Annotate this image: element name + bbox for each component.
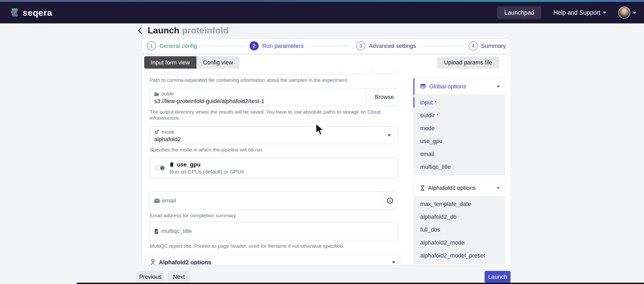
brand-name: seqera xyxy=(23,8,52,18)
mode-value: alphafold2 xyxy=(154,136,393,143)
section-title: Alphafold2 options xyxy=(159,259,211,265)
avatar xyxy=(618,7,630,19)
page-title-prefix: Launch xyxy=(148,25,179,35)
launch-button[interactable]: Launch xyxy=(485,271,511,283)
use-gpu-box: use_gpu Run on CPUs (default) or GPUs xyxy=(150,158,398,179)
step-label: Run parameters xyxy=(262,43,304,49)
use-gpu-toggle[interactable] xyxy=(155,165,165,171)
caret-down-icon xyxy=(603,12,606,14)
launchpad-button[interactable]: Launchpad xyxy=(497,6,541,19)
gears-icon xyxy=(154,129,159,135)
step-advanced-settings[interactable]: 3 Advanced settings xyxy=(356,41,416,50)
outdir-description: The output directory where the results w… xyxy=(150,109,404,121)
sidebar-item-mode[interactable]: mode xyxy=(413,122,505,135)
upload-params-file-button[interactable]: Upload params file xyxy=(437,57,499,69)
sidebar-item-max-template-date[interactable]: max_template_date xyxy=(413,197,505,210)
alphafold2-options-section[interactable]: Alphafold2 options xyxy=(144,255,402,265)
input-field-cutoff[interactable] xyxy=(150,68,367,74)
screen: { "navbar": { "brand": "seqera", "launch… xyxy=(0,0,644,284)
multiqc-description: MultiQC report title. Printed as page he… xyxy=(150,243,404,249)
sidebar-item-multiqc-title[interactable]: multiqc_title xyxy=(413,160,505,173)
back-button[interactable] xyxy=(137,27,143,34)
alphafold2-options-list: max_template_date alphafold2_db full_dbs… xyxy=(413,196,505,264)
input-browse-button-cutoff[interactable] xyxy=(371,68,398,74)
sidebar-item-email[interactable]: email xyxy=(413,148,505,160)
caret-down-icon xyxy=(497,86,500,88)
seqera-logo-icon xyxy=(9,7,19,18)
caret-down-icon xyxy=(497,187,500,189)
alphafold2-options-header[interactable]: Alphafold2 options xyxy=(413,180,505,196)
outdir-field-row: outdir s3://llew-proteinfold-guide/alpha… xyxy=(150,88,404,106)
step-label: General config xyxy=(159,43,197,49)
sidebar-item-alphafold2-model-preset[interactable]: alphafold2_model_preset xyxy=(413,249,505,262)
tab-config-view[interactable]: Config view xyxy=(196,56,240,69)
page-title-pipeline: proteinfold xyxy=(182,25,229,35)
page-title: Launchproteinfold xyxy=(148,25,228,36)
view-switcher: Input form view Config view xyxy=(144,56,240,69)
sidebar-item-alphafold2-db[interactable]: alphafold2_db xyxy=(413,210,505,223)
hourglass-icon xyxy=(150,259,155,265)
sidebar-section-title: Alphafold2 options xyxy=(428,185,476,191)
global-options-list: input* outdir* mode use_gpu email multiq… xyxy=(413,95,505,175)
step-number: 1 xyxy=(147,41,156,50)
hourglass-icon xyxy=(420,185,425,191)
outdir-value: s3://llew-proteinfold-guide/alphafold2/t… xyxy=(154,98,362,105)
next-button[interactable]: Next xyxy=(168,271,190,283)
microchip-icon xyxy=(169,162,174,168)
brand[interactable]: seqera xyxy=(9,7,52,18)
multiqc-title-placeholder: multiqc_title xyxy=(161,228,192,235)
step-run-parameters[interactable]: 2 Run parameters xyxy=(250,41,304,50)
field-divider xyxy=(341,68,341,74)
email-placeholder: email xyxy=(162,197,176,204)
mode-label: mode xyxy=(162,129,174,135)
params-nav-sidebar: Global options input* outdir* mode use_g… xyxy=(413,78,505,264)
mode-select[interactable]: mode alphafold2 xyxy=(150,126,398,144)
tab-input-form-view[interactable]: Input form view xyxy=(144,56,196,69)
envelope-icon xyxy=(154,199,160,203)
params-form: Path to comma-separated file containing … xyxy=(144,68,404,265)
step-label: Advanced settings xyxy=(369,43,416,49)
window-top-edge xyxy=(0,0,644,2)
file-pen-icon xyxy=(154,229,159,234)
outdir-label: outdir xyxy=(162,91,174,97)
page-header: Launchproteinfold xyxy=(137,25,228,36)
sidebar-item-outdir[interactable]: outdir* xyxy=(413,109,505,122)
sidebar-item-input[interactable]: input* xyxy=(413,96,505,109)
mode-description: Specifies the mode in which the pipeline… xyxy=(150,147,404,153)
global-options-header[interactable]: Global options xyxy=(413,78,505,95)
sidebar-item-full-dbs[interactable]: full_dbs xyxy=(413,223,505,236)
params-toolbar: Input form view Config view Upload param… xyxy=(144,56,499,69)
step-number: 4 xyxy=(469,41,478,50)
user-menu[interactable] xyxy=(618,7,636,19)
stepper-connector xyxy=(202,46,244,46)
email-field[interactable]: email xyxy=(150,191,398,210)
database-icon xyxy=(420,84,426,90)
back-chevron-icon xyxy=(137,27,143,34)
sidebar-item-use-gpu[interactable]: use_gpu xyxy=(413,135,505,148)
outdir-browse-button[interactable]: Browse xyxy=(371,88,398,106)
step-number: 2 xyxy=(250,41,259,50)
caret-down-icon xyxy=(392,261,396,263)
run-parameters-card: Input form view Config view Upload param… xyxy=(142,55,511,265)
caret-down-icon xyxy=(387,134,391,136)
step-number: 3 xyxy=(356,41,365,50)
stepper: 1 General config 2 Run parameters 3 Adva… xyxy=(142,38,511,53)
stepper-connector xyxy=(309,46,351,46)
step-general-config[interactable]: 1 General config xyxy=(147,41,197,50)
window-bottom-edge xyxy=(77,283,644,284)
use-gpu-label: use_gpu xyxy=(177,161,200,168)
input-field-row xyxy=(150,68,404,74)
stepper-connector xyxy=(421,46,463,46)
use-gpu-description: Run on CPUs (default) or GPUs xyxy=(169,169,244,175)
help-and-support-label: Help and Support xyxy=(553,9,600,16)
step-summary[interactable]: 4 Summary xyxy=(469,41,506,50)
email-info-button[interactable] xyxy=(382,192,397,210)
email-description: Email address for completion summary. xyxy=(150,212,404,219)
input-description: Path to comma-separated file containing … xyxy=(150,77,404,83)
previous-button[interactable]: Previous xyxy=(136,271,164,283)
sidebar-item-alphafold2-mode[interactable]: alphafold2_mode xyxy=(413,236,505,249)
multiqc-title-field[interactable]: multiqc_title xyxy=(150,222,398,240)
help-and-support-menu[interactable]: Help and Support xyxy=(553,9,606,16)
outdir-field[interactable]: outdir s3://llew-proteinfold-guide/alpha… xyxy=(150,88,367,106)
required-mark: * xyxy=(437,113,439,118)
